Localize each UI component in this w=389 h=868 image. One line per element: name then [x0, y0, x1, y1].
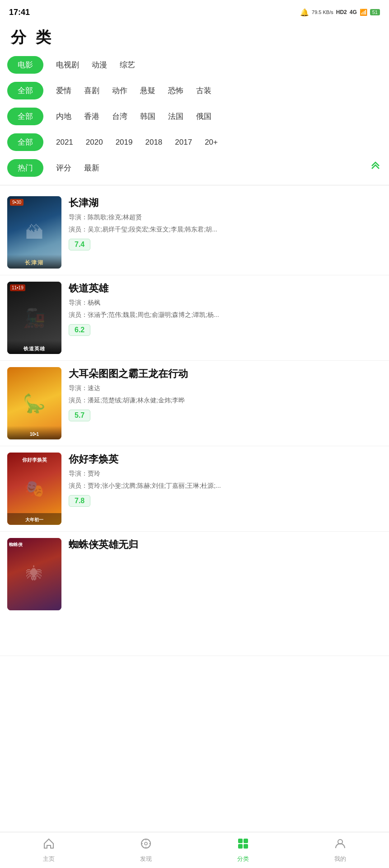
filter-comedy[interactable]: 喜剧	[84, 85, 99, 96]
movie-rating-2: 6.2	[69, 324, 90, 336]
home-icon	[42, 837, 55, 853]
filter-row-year: 全部 2021 2020 2019 2018 2017 20+	[7, 133, 382, 151]
movie-rating-3: 5.7	[69, 410, 90, 421]
movie-item-4[interactable]: 🎭 大年初一 你好李焕英 你好李焕英 导演：贾玲 演员：贾玲;张小斐;沈腾;陈赫…	[0, 446, 389, 532]
movie-poster-3: 🦕 10•1	[7, 367, 61, 439]
filter-korea[interactable]: 韩国	[140, 111, 155, 122]
movie-item-1[interactable]: 长津湖 🏔 9•30 长津湖 导演：陈凯歌;徐克;林超贤 演员：吴京;易烊千玺;…	[0, 190, 389, 275]
filter-tv-drama[interactable]: 电视剧	[56, 60, 79, 70]
filter-active-movie[interactable]: 电影	[7, 56, 43, 74]
hd2-icon: HD2	[336, 9, 347, 15]
movie-poster-1: 长津湖 🏔 9•30	[7, 196, 61, 269]
movie-actors-4: 演员：贾玲;张小斐;沈腾;陈赫;刘佳;丁嘉丽;王琳;杜源;...	[69, 481, 382, 491]
status-bar: 17:41 🔔 79.5 KB/s HD2 4G 📶 51	[0, 0, 389, 23]
nav-home-label: 主页	[43, 855, 55, 863]
status-icons: 🔔 79.5 KB/s HD2 4G 📶 51	[300, 8, 380, 17]
movie-director-4: 导演：贾玲	[69, 469, 382, 478]
movie-item-2[interactable]: 🚂 铁道英雄 11•19 铁道英雄 导演：杨枫 演员：张涵予;范伟;魏晨;周也;…	[0, 275, 389, 361]
movie-info-5: 蜘蛛侠英雄无归	[69, 538, 382, 552]
filter-2021[interactable]: 2021	[56, 138, 73, 147]
movie-title-5: 蜘蛛侠英雄无归	[69, 538, 382, 552]
movie-rating-1: 7.4	[69, 239, 90, 250]
movie-title-1: 长津湖	[69, 196, 382, 210]
movie-rating-4: 7.8	[69, 495, 90, 507]
movie-poster-4: 🎭 大年初一 你好李焕英	[7, 453, 61, 525]
movie-list: 长津湖 🏔 9•30 长津湖 导演：陈凯歌;徐克;林超贤 演员：吴京;易烊千玺;…	[0, 185, 389, 660]
filter-taiwan[interactable]: 台湾	[112, 111, 127, 122]
movie-actors-3: 演员：潘延;范楚绒;胡谦;林永健;金炜;李晔	[69, 396, 382, 405]
nav-profile-label: 我的	[334, 855, 346, 863]
filter-section: 电影 电视剧 动漫 综艺 全部 爱情 喜剧 动作 悬疑 恐怖 古装 全部 内地 …	[0, 56, 389, 177]
movie-actors-1: 演员：吴京;易烊千玺;段奕宏;朱亚文;李晨;韩东君;胡...	[69, 225, 382, 234]
movie-director-2: 导演：杨枫	[69, 298, 382, 307]
filter-active-all-region[interactable]: 全部	[7, 108, 43, 125]
movie-item-3[interactable]: 🦕 10•1 大耳朵图图之霸王龙在行动 导演：速达 演员：潘延;范楚绒;胡谦;林…	[0, 361, 389, 446]
filter-active-hot[interactable]: 热门	[7, 159, 43, 177]
filter-horror[interactable]: 恐怖	[168, 85, 183, 96]
movie-title-3: 大耳朵图图之霸王龙在行动	[69, 367, 382, 381]
nav-profile[interactable]: 我的	[292, 832, 389, 868]
movie-title-2: 铁道英雄	[69, 282, 382, 295]
filter-mystery[interactable]: 悬疑	[140, 85, 155, 96]
svg-rect-3	[244, 839, 248, 843]
filter-row-genre: 全部 爱情 喜剧 动作 悬疑 恐怖 古装	[7, 82, 382, 99]
movie-title-4: 你好李焕英	[69, 453, 382, 466]
movie-info-1: 长津湖 导演：陈凯歌;徐克;林超贤 演员：吴京;易烊千玺;段奕宏;朱亚文;李晨;…	[69, 196, 382, 250]
movie-director-1: 导演：陈凯歌;徐克;林超贤	[69, 212, 382, 222]
filter-active-all-genre[interactable]: 全部	[7, 82, 43, 99]
movie-poster-2: 🚂 铁道英雄 11•19	[7, 282, 61, 354]
discover-icon	[140, 837, 152, 853]
status-time: 17:41	[9, 8, 30, 17]
filter-2017[interactable]: 2017	[175, 138, 192, 147]
page-title: 分 类	[0, 23, 389, 56]
filter-rating[interactable]: 评分	[56, 163, 71, 173]
nav-discover-label: 发现	[140, 855, 152, 863]
category-icon	[237, 837, 249, 853]
filter-row-region: 全部 内地 香港 台湾 韩国 法国 俄国	[7, 108, 382, 125]
filter-2019[interactable]: 2019	[116, 138, 133, 147]
filter-costume[interactable]: 古装	[196, 85, 211, 96]
svg-rect-2	[238, 839, 243, 843]
filter-2018[interactable]: 2018	[145, 138, 162, 147]
nav-category[interactable]: 分类	[195, 832, 292, 868]
filter-row-content-type: 电影 电视剧 动漫 综艺	[7, 56, 382, 74]
movie-info-4: 你好李焕英 导演：贾玲 演员：贾玲;张小斐;沈腾;陈赫;刘佳;丁嘉丽;王琳;杜源…	[69, 453, 382, 507]
filter-row-sort: 热门 评分 最新	[7, 159, 382, 177]
signal-icon: 📶	[360, 9, 367, 16]
filter-france[interactable]: 法国	[168, 111, 183, 122]
profile-icon	[334, 837, 347, 853]
movie-item-5[interactable]: 🕷 蜘蛛侠 蜘蛛侠英雄无归	[0, 532, 389, 656]
nav-category-label: 分类	[237, 855, 249, 863]
nav-discover[interactable]: 发现	[97, 832, 194, 868]
filter-2016plus[interactable]: 20+	[205, 138, 218, 147]
svg-rect-5	[244, 844, 248, 849]
filter-action[interactable]: 动作	[112, 85, 127, 96]
speed-indicator: 79.5 KB/s	[312, 9, 333, 15]
filter-mainland[interactable]: 内地	[56, 111, 71, 122]
battery-icon: 51	[370, 9, 380, 15]
bottom-nav: 主页 发现 分类 我的	[0, 832, 389, 868]
svg-rect-4	[238, 844, 243, 849]
notification-icon: 🔔	[300, 8, 309, 17]
nav-home[interactable]: 主页	[0, 832, 97, 868]
filter-romance[interactable]: 爱情	[56, 85, 71, 96]
filter-active-all-year[interactable]: 全部	[7, 133, 43, 151]
filter-variety[interactable]: 综艺	[120, 60, 135, 70]
filter-animation[interactable]: 动漫	[92, 60, 107, 70]
filter-hk[interactable]: 香港	[84, 111, 99, 122]
collapse-icon[interactable]	[369, 160, 382, 176]
filter-newest[interactable]: 最新	[84, 163, 99, 173]
movie-info-2: 铁道英雄 导演：杨枫 演员：张涵予;范伟;魏晨;周也;俞灏明;森博之;谭凯;杨.…	[69, 282, 382, 336]
network-4g-icon: 4G	[350, 9, 357, 15]
filter-2020[interactable]: 2020	[86, 138, 103, 147]
movie-director-3: 导演：速达	[69, 383, 382, 393]
filter-russia[interactable]: 俄国	[196, 111, 211, 122]
movie-actors-2: 演员：张涵予;范伟;魏晨;周也;俞灏明;森博之;谭凯;杨...	[69, 310, 382, 320]
svg-point-1	[145, 842, 147, 845]
movie-info-3: 大耳朵图图之霸王龙在行动 导演：速达 演员：潘延;范楚绒;胡谦;林永健;金炜;李…	[69, 367, 382, 421]
movie-poster-5: 🕷 蜘蛛侠	[7, 538, 61, 610]
